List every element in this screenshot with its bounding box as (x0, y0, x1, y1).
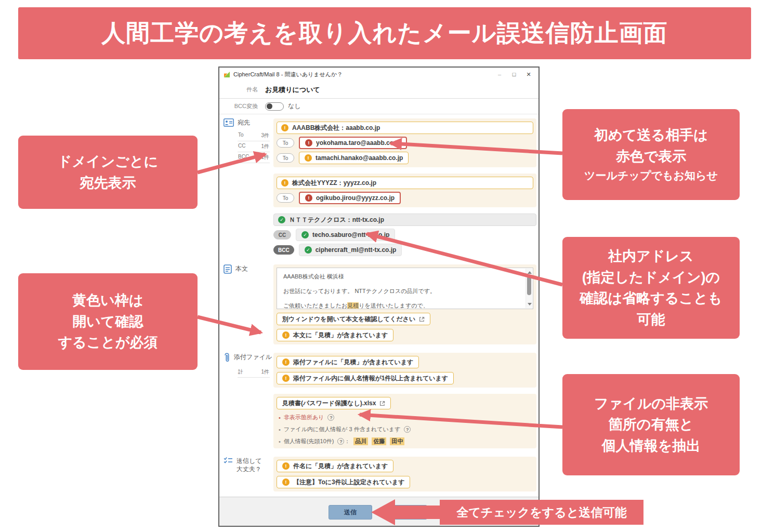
recipient-counts: To3件CC1件BCC1件 (238, 130, 270, 163)
scroll-up-icon[interactable] (528, 271, 532, 274)
recipient-row: To !tamachi.hanako@aaabb.co.jp (277, 152, 533, 164)
body-line: AAABB株式会社 横浜様 (283, 273, 519, 281)
domain-header[interactable]: ✓ＮＴＴテクノクロス：ntt-tx.co.jp (273, 214, 536, 226)
bcc-toggle-label: BCC変換 (219, 102, 265, 110)
bcc-convert-row: BCC変換 なし (219, 99, 538, 114)
dialog-content: 宛先 To3件CC1件BCC1件 !AAABB株式会社：aaabb.co.jp … (219, 114, 538, 491)
body-panel: AAABB株式会社 横浜様お世話になっております。 NTTテクノクロスの品川です… (273, 264, 536, 344)
recipient-domain-group: !AAABB株式会社：aaabb.co.jp To !yokohama.taro… (273, 118, 536, 167)
warning-chip[interactable]: !添付ファイルに「見積」が含まれています (277, 356, 419, 368)
help-icon[interactable]: ? (327, 414, 334, 421)
warning-icon: ! (305, 154, 312, 162)
error-icon: ! (305, 194, 312, 202)
recipient-groups: !AAABB株式会社：aaabb.co.jp To !yokohama.taro… (273, 118, 536, 256)
error-icon: ! (305, 139, 312, 147)
field-pill-to: To (277, 138, 294, 148)
field-pill-cc: CC (273, 230, 291, 240)
field-pill-to: To (277, 193, 294, 203)
recipients-section: 宛先 To3件CC1件BCC1件 !AAABB株式会社：aaabb.co.jp … (219, 118, 538, 256)
attachments-section: 添付ファイル 計1件 !添付ファイルに「見積」が含まれています!添付ファイル内に… (219, 353, 538, 448)
body-label: 本文 (235, 264, 248, 273)
file-detail-row: • ファイル内に個人情報が 3 件含まれています ? (277, 425, 533, 433)
body-scrollbar[interactable] (525, 269, 532, 308)
help-icon[interactable]: ? (337, 438, 344, 445)
field-pill-to: To (277, 153, 294, 163)
warning-icon: ! (282, 358, 290, 366)
attachment-file-button[interactable]: 見積書(パスワード保護なし).xlsx (277, 397, 391, 409)
recipient-row: To !yokohama.taro@aaabb.co.jp (277, 137, 533, 149)
bullet-icon: • (279, 415, 281, 421)
help-icon[interactable]: ? (404, 426, 411, 433)
body-icon (224, 264, 232, 274)
open-body-label: 別ウィンドウを開いて本文を確認してください (282, 315, 415, 324)
send-button[interactable]: 送信 (329, 505, 372, 520)
check-icon: ✓ (278, 216, 285, 223)
field-pill-bcc: BCC (273, 245, 294, 255)
warning-icon: ! (282, 331, 290, 339)
bullet-icon: • (279, 438, 281, 445)
file-details: • 非表示箇所あり ? • ファイル内に個人情報が 3 件含まれています ? •… (277, 414, 533, 445)
body-line: お世話になっております。 NTTテクノクロスの品川です。 (283, 287, 519, 295)
attachment-counts: 計1件 (238, 367, 270, 378)
subject-value: お見積りについて (265, 85, 320, 95)
personal-name-highlight: 田中 (390, 437, 404, 445)
recipients-gutter: 宛先 To3件CC1件BCC1件 (219, 118, 273, 256)
bcc-toggle-state: なし (288, 102, 301, 111)
final-check-panel: !件名に「見積」が含まれています!【注意】Toに3件以上設定されています (273, 457, 536, 491)
recipient-row: BCC ✓ciphercraft_ml@ntt-tx.co.jp (273, 244, 536, 256)
warning-chip[interactable]: !件名に「見積」が含まれています (277, 460, 393, 472)
warning-icon: ! (282, 375, 290, 382)
app-logo-icon (224, 71, 230, 78)
checklist-icon (224, 457, 233, 464)
attachment-warnings-panel: !添付ファイルに「見積」が含まれています!添付ファイル内に個人名情報が1件以上含… (273, 353, 536, 388)
final-check-gutter: 送信して大丈夫？ (219, 457, 273, 491)
external-link-icon (419, 316, 425, 322)
warning-chip[interactable]: !添付ファイル内に個人名情報が1件以上含まれています (277, 372, 454, 384)
recipient-chip[interactable]: ✓techo.saburo@ntt-tx.co.jp (296, 229, 395, 241)
recipient-chip[interactable]: ✓ciphercraft_ml@ntt-tx.co.jp (299, 244, 402, 256)
count-row: To3件 (238, 130, 270, 141)
callout-first-time-red: 初めて送る相手は赤色で表示ツールチップでもお知らせ (562, 109, 740, 200)
highlighted-term: 見積 (347, 302, 359, 309)
final-check-section: 送信して大丈夫？ !件名に「見積」が含まれています!【注意】Toに3件以上設定さ… (219, 457, 538, 491)
scroll-down-icon[interactable] (528, 303, 532, 305)
paperclip-icon (224, 353, 230, 363)
recipients-icon (224, 118, 234, 127)
count-row: 計1件 (238, 367, 270, 378)
warning-icon: ! (282, 462, 290, 470)
external-link-icon (379, 401, 385, 406)
domain-header[interactable]: !株式会社YYYZZ：yyyzz.co.jp (277, 177, 533, 189)
recipient-chip[interactable]: !yokohama.taro@aaabb.co.jp (299, 137, 407, 149)
send-arrow-bar (394, 506, 442, 519)
domain-header[interactable]: !AAABB株式会社：aaabb.co.jp (277, 122, 533, 134)
recipient-chip[interactable]: !ogikubo.jirou@yyyzz.co.jp (299, 192, 401, 204)
warning-chip[interactable]: !【注意】Toに3件以上設定されています (277, 476, 410, 488)
close-button[interactable]: ✕ (523, 71, 534, 78)
body-warning-chip[interactable]: ! 本文に「見積」が含まれています (277, 329, 393, 341)
body-text: AAABB株式会社 横浜様お世話になっております。 NTTテクノクロスの品川です… (283, 273, 519, 309)
page-title: 人間工学の考えを取り入れたメール誤送信防止画面 (18, 7, 751, 59)
personal-name-highlight: 品川 (353, 437, 368, 445)
send-arrow-head (371, 499, 395, 525)
bcc-toggle[interactable] (265, 102, 284, 111)
body-section: 本文 AAABB株式会社 横浜様お世話になっております。 NTTテクノクロスの品… (219, 264, 538, 344)
minimize-button[interactable]: – (494, 71, 505, 77)
window-titlebar: CipherCraft/Mail 8 - 間違いありませんか？ – □ ✕ (219, 68, 538, 81)
personal-name-highlight: 佐藤 (372, 437, 386, 445)
attachment-file-name: 見積書(パスワード保護なし).xlsx (282, 399, 376, 408)
file-detail-row: • 非表示箇所あり ? (277, 414, 533, 421)
scroll-thumb[interactable] (527, 276, 531, 295)
infographic-canvas: 人間工学の考えを取り入れたメール誤送信防止画面 CipherCraft/Mail… (0, 0, 762, 532)
open-body-button[interactable]: 別ウィンドウを開いて本文を確認してください (277, 313, 430, 325)
file-detail-row: • 個人情報(先頭10件) ? ： 品川佐藤田中 (277, 437, 533, 445)
recipient-chip[interactable]: !tamachi.hanako@aaabb.co.jp (299, 152, 409, 164)
maximize-button[interactable]: □ (508, 71, 520, 77)
check-icon: ✓ (301, 231, 309, 238)
callout-file-hidden-extract: ファイルの非表示箇所の有無と個人情報を抽出 (562, 374, 740, 475)
attachments-gutter: 添付ファイル 計1件 (219, 353, 273, 448)
callout-domain-grouping: ドメインごとに宛先表示 (18, 136, 198, 209)
subject-label: 件名 (219, 86, 265, 94)
final-check-label: 送信して大丈夫？ (237, 457, 262, 473)
body-preview[interactable]: AAABB株式会社 横浜様お世話になっております。 NTTテクノクロスの品川です… (277, 268, 533, 309)
recipients-label: 宛先 (238, 118, 250, 127)
